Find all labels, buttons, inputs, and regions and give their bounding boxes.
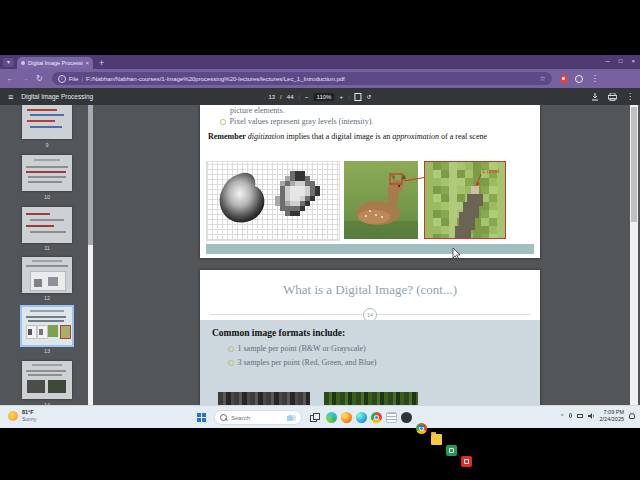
thumbnail-label: 13 [22, 348, 72, 354]
pdf-page-13: picture elements. Pixel values represent… [200, 105, 540, 258]
thumbnail-page-11[interactable] [22, 207, 72, 243]
tab-title: Digital Image Processing [28, 60, 83, 66]
tab-close-icon[interactable]: × [85, 60, 89, 66]
thumbnail-page-10[interactable] [22, 155, 72, 191]
display-icon[interactable] [577, 414, 583, 418]
address-bar: ← → ↻ i File | F:/Nabhan/Nabhan-courses/… [0, 69, 640, 88]
figure-grayscale-image [218, 392, 310, 405]
tab-digital-image-processing[interactable]: Digital Image Processing × [17, 57, 93, 69]
pdf-page-14: What is a Digital Image? (cont...) 14 Co… [200, 270, 540, 405]
tab-strip: ▾ Digital Image Processing × + ─ □ × [0, 55, 640, 69]
bookmark-star-icon[interactable]: ☆ [539, 75, 545, 83]
mouse-cursor [452, 248, 461, 260]
figure-blob-grid [206, 161, 340, 241]
active-app-indicator [418, 425, 425, 427]
app-icon-browser-teal[interactable] [326, 412, 337, 423]
thumbnail-page-12[interactable] [22, 257, 72, 293]
page-separator: / [280, 94, 282, 100]
bullet-icon [228, 346, 234, 352]
thumbnail-page-9[interactable] [22, 105, 72, 139]
maximize-button[interactable]: □ [619, 55, 623, 68]
rotate-button[interactable]: ↺ [367, 93, 372, 100]
url-scheme-label: File [69, 76, 79, 82]
slide-title: What is a Digital Image? (cont...) [200, 282, 540, 298]
zoom-level: 110% [314, 93, 335, 101]
notification-icon[interactable] [629, 413, 635, 419]
slide-title-band: What is a Digital Image? (cont...) 14 [200, 270, 540, 320]
window-controls: ─ □ × [606, 55, 635, 68]
app-icon-green[interactable] [446, 445, 457, 456]
thumbnail-label: 9 [22, 142, 72, 148]
search-weather-icon [287, 415, 296, 421]
file-info-icon[interactable]: i [58, 75, 66, 83]
app-icon-notepad[interactable] [386, 412, 397, 423]
app-icon-edge[interactable] [356, 412, 367, 423]
search-box[interactable]: Search [214, 410, 302, 425]
thumbnail-label: 10 [22, 194, 72, 200]
sun-icon [8, 411, 18, 421]
thumbnail-label: 11 [22, 245, 72, 251]
fit-page-button[interactable] [355, 93, 362, 101]
slide-bullet-line: Pixel values represent gray levels (inte… [220, 117, 373, 126]
reload-button[interactable]: ↻ [36, 74, 43, 83]
mic-icon[interactable] [569, 413, 572, 418]
new-tab-button[interactable]: + [99, 57, 104, 69]
app-icon-media[interactable] [401, 412, 412, 423]
slide-heading: Common image formats include: [212, 328, 345, 338]
start-button[interactable] [197, 413, 206, 422]
profile-avatar[interactable] [575, 75, 583, 83]
one-pixel-label: 1 pixel [482, 168, 499, 174]
volume-icon[interactable] [588, 413, 595, 419]
main-scrollbar[interactable] [630, 105, 638, 405]
divider: | [348, 94, 350, 100]
page-total: 44 [287, 94, 294, 100]
slide-bullet-1: 1 sample per point (B&W or Grayscale) [228, 344, 366, 353]
url-bar[interactable]: i File | F:/Nabhan/Nabhan-courses/1-Imag… [52, 72, 552, 85]
tray-chevron-icon[interactable]: ^ [561, 413, 564, 419]
app-icon-firefox[interactable] [341, 412, 352, 423]
bullet-icon [220, 119, 226, 125]
pdf-toolbar: ≡ Digital Image Processing 13 / 44 | − 1… [0, 88, 640, 105]
weather-widget[interactable]: 81°F Sunny [8, 409, 36, 422]
tab-search-button[interactable]: ▾ [3, 58, 14, 67]
zoom-in-button[interactable]: + [339, 94, 343, 100]
slide-footer-band [206, 244, 534, 254]
download-button[interactable] [591, 93, 599, 101]
pdf-more-button[interactable]: ⋮ [626, 92, 634, 101]
thumbnail-page-14[interactable] [22, 361, 72, 399]
close-button[interactable]: × [631, 55, 635, 68]
thumbnail-page-13-selected[interactable] [22, 307, 72, 345]
tray-time: 7:09 PM [600, 409, 624, 416]
pdf-action-buttons: ⋮ [591, 88, 634, 105]
back-button[interactable]: ← [6, 74, 14, 83]
app-icon-red[interactable] [461, 456, 472, 467]
taskbar: 81°F Sunny Search ^ [0, 405, 640, 428]
app-icon-chrome[interactable] [371, 412, 382, 423]
print-button[interactable] [608, 93, 617, 101]
task-view-button[interactable] [310, 413, 319, 421]
main-scrollbar-thumb[interactable] [631, 107, 637, 222]
zoom-out-button[interactable]: − [305, 94, 309, 100]
app-icon-file-explorer[interactable] [431, 434, 442, 445]
figure-pixel-closeup: 1 pixel [424, 161, 506, 239]
forward-button[interactable]: → [21, 74, 29, 83]
pixelated-blob-image [275, 171, 333, 219]
url-text[interactable]: F:/Nabhan/Nabhan-courses/1-Image%20proce… [86, 76, 535, 82]
sidebar-scrollbar[interactable] [88, 105, 93, 405]
continuous-blob-image [213, 170, 275, 228]
sidebar-scrollbar-thumb[interactable] [88, 105, 93, 245]
slide-text-continuation: picture elements. [230, 106, 285, 115]
page-number-input[interactable]: 13 [268, 94, 275, 100]
extension-icon[interactable] [560, 75, 568, 83]
weather-temp: 81°F [22, 409, 36, 416]
search-icon [220, 414, 227, 421]
pdf-page-controls: 13 / 44 | − 110% + | ↺ [268, 88, 371, 105]
clock-widget[interactable]: 7:09 PM 2/24/2025 [600, 409, 624, 422]
browser-menu-button[interactable]: ⋮ [591, 74, 599, 83]
slide-bullet-2: 3 samples per point (Red, Green, and Blu… [228, 358, 376, 367]
system-tray: ^ 7:09 PM 2/24/2025 [561, 409, 635, 422]
minimize-button[interactable]: ─ [606, 55, 610, 68]
pdf-menu-icon[interactable]: ≡ [8, 92, 13, 102]
browser-window: ▾ Digital Image Processing × + ─ □ × ← →… [0, 55, 640, 405]
figure-color-image [324, 392, 418, 405]
